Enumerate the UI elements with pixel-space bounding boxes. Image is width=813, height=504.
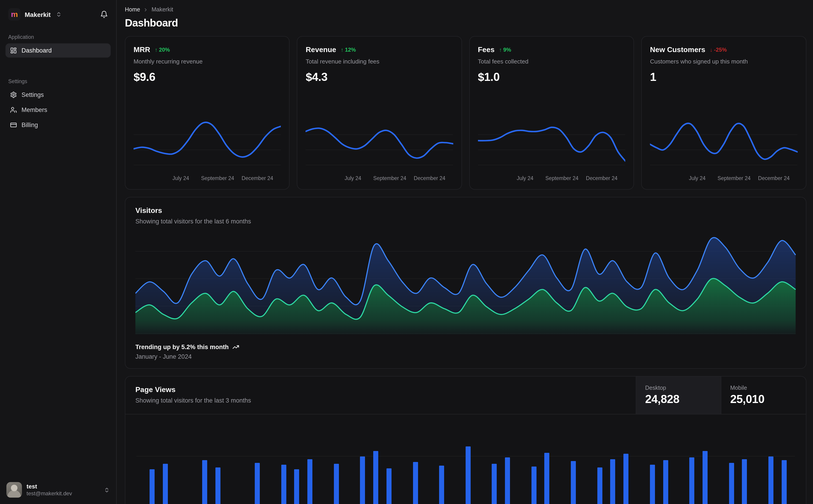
- dashboard-icon: [10, 47, 17, 54]
- breadcrumb: Home Makerkit: [125, 6, 806, 13]
- visitors-title: Visitors: [135, 207, 796, 215]
- user-menu[interactable]: test test@makerkit.dev: [5, 480, 111, 499]
- users-icon: [10, 106, 17, 113]
- page-views-toggle-desktop[interactable]: Desktop 24,828: [636, 377, 721, 414]
- sidebar-item-members[interactable]: Members: [5, 103, 111, 117]
- stat-title: MRR: [133, 46, 150, 54]
- device-total: 25,010: [730, 393, 797, 406]
- sidebar-item-label: Dashboard: [21, 47, 52, 54]
- page-views-bar: [544, 453, 549, 504]
- x-axis-label: September 24: [373, 175, 406, 181]
- stat-title: Revenue: [306, 46, 336, 54]
- stat-trend-value: 12%: [345, 47, 356, 53]
- stat-subtitle: Customers who signed up this month: [650, 58, 797, 65]
- x-axis-label: December 24: [586, 175, 618, 181]
- arrow-up-icon: ↑: [155, 47, 157, 53]
- user-email: test@makerkit.dev: [27, 490, 72, 497]
- sidebar-item-label: Billing: [21, 122, 38, 128]
- breadcrumb-current: Makerkit: [151, 6, 173, 13]
- x-axis-label: September 24: [718, 175, 751, 181]
- stat-subtitle: Total fees collected: [478, 58, 626, 65]
- visitors-trend-text: Trending up by 5.2% this month: [135, 344, 229, 350]
- page-views-bar: [308, 459, 313, 504]
- stat-trend-badge: ↓ -25%: [710, 47, 727, 53]
- stat-sparkline-chart[interactable]: [306, 112, 453, 173]
- x-axis-label: September 24: [545, 175, 578, 181]
- sidebar-item-label: Members: [21, 106, 47, 113]
- page-views-bar: [571, 461, 576, 504]
- stat-value: $4.3: [306, 70, 453, 84]
- x-axis-label: December 24: [242, 175, 273, 181]
- x-axis-label: December 24: [414, 175, 445, 181]
- page-views-bar: [729, 463, 734, 504]
- stat-trend-value: -25%: [714, 47, 727, 53]
- page-views-bar: [162, 464, 167, 504]
- stat-x-axis: July 24 September 24 December 24: [650, 175, 797, 183]
- sidebar-item-label: Settings: [21, 91, 44, 98]
- page-views-header: Page Views Showing total visitors for th…: [125, 377, 806, 414]
- stat-x-axis: July 24 September 24 December 24: [133, 175, 281, 183]
- sidebar-item-settings[interactable]: Settings: [5, 88, 111, 102]
- device-total: 24,828: [645, 393, 712, 406]
- page-views-bar-chart[interactable]: [136, 446, 795, 501]
- page-views-toggle-mobile[interactable]: Mobile 25,010: [721, 377, 806, 414]
- page-views-bar: [466, 446, 471, 504]
- page-views-bar: [781, 460, 786, 504]
- stat-card-revenue: Revenue ↑ 12% Total revenue including fe…: [297, 36, 462, 190]
- visitors-area-chart[interactable]: [135, 233, 796, 336]
- stat-value: $9.6: [133, 70, 281, 84]
- stat-trend-badge: ↑ 9%: [499, 47, 511, 53]
- page-views-bar: [281, 465, 286, 504]
- stat-sparkline-chart[interactable]: [133, 112, 281, 173]
- nav-section-label: Application: [8, 34, 108, 40]
- arrow-up-icon: ↑: [499, 47, 502, 53]
- page-views-bar: [413, 462, 418, 504]
- visitors-card: Visitors Showing total visitors for the …: [125, 197, 806, 369]
- sidebar-nav: ApplicationDashboardSettingsSettingsMemb…: [5, 21, 111, 133]
- makerkit-logo: m: [8, 8, 21, 21]
- page-views-bar: [703, 451, 708, 504]
- workspace-selector[interactable]: m Makerkit: [5, 6, 111, 21]
- main-content: Home Makerkit Dashboard MRR ↑ 20% Monthl…: [117, 0, 813, 504]
- stat-sparkline-chart[interactable]: [650, 112, 797, 173]
- device-label: Desktop: [645, 385, 712, 391]
- stat-value: $1.0: [478, 70, 626, 84]
- page-views-bar: [373, 451, 378, 504]
- stat-trend-badge: ↑ 20%: [155, 47, 170, 53]
- page-views-bar: [689, 457, 694, 504]
- stat-trend-value: 20%: [159, 47, 170, 53]
- x-axis-label: July 24: [172, 175, 189, 181]
- stat-card-fees: Fees ↑ 9% Total fees collected $1.0 July…: [469, 36, 634, 190]
- x-axis-label: July 24: [345, 175, 361, 181]
- x-axis-label: September 24: [201, 175, 234, 181]
- sidebar-item-dashboard[interactable]: Dashboard: [5, 43, 111, 58]
- page-views-card: Page Views Showing total visitors for th…: [125, 376, 806, 504]
- page-views-subtitle: Showing total visitors for the last 3 mo…: [135, 397, 626, 404]
- page-views-bar: [294, 469, 299, 504]
- x-axis-label: December 24: [758, 175, 790, 181]
- notifications-bell-icon[interactable]: [99, 10, 109, 19]
- page-views-bar: [611, 459, 616, 504]
- chevron-right-icon: [143, 7, 148, 12]
- sidebar-item-billing[interactable]: Billing: [5, 118, 111, 132]
- arrow-up-icon: ↑: [341, 47, 344, 53]
- page-views-bar: [768, 456, 773, 504]
- page-views-bar: [663, 460, 668, 504]
- stat-value: 1: [650, 70, 797, 84]
- device-label: Mobile: [730, 385, 797, 391]
- trending-up-icon: [232, 344, 239, 350]
- stat-cards-row: MRR ↑ 20% Monthly recurring revenue $9.6…: [125, 36, 806, 190]
- stat-trend-badge: ↑ 12%: [341, 47, 356, 53]
- page-views-bar: [597, 467, 602, 504]
- page-views-bar: [387, 468, 392, 504]
- page-views-bar: [360, 456, 365, 504]
- stat-x-axis: July 24 September 24 December 24: [478, 175, 626, 183]
- breadcrumb-home-link[interactable]: Home: [125, 6, 140, 13]
- chevrons-up-down-icon: [56, 11, 62, 17]
- stat-sparkline-chart[interactable]: [478, 112, 626, 173]
- stat-subtitle: Total revenue including fees: [306, 58, 453, 65]
- chevrons-up-down-icon: [104, 487, 110, 493]
- user-avatar: [6, 482, 22, 498]
- app-window: m Makerkit ApplicationDashboardSettingsS…: [0, 0, 813, 504]
- credit-card-icon: [10, 122, 17, 128]
